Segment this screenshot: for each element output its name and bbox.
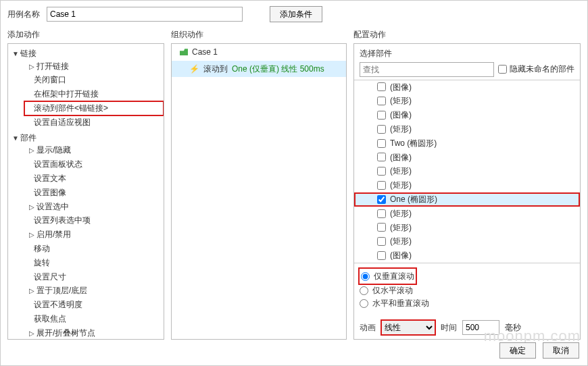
caret-icon[interactable] (28, 329, 35, 338)
widget-list-item[interactable]: (矩形) (354, 207, 580, 221)
widget-label: (图像) (390, 250, 412, 261)
tree-item[interactable]: 设置不透明度 (24, 298, 164, 312)
radio-both-input[interactable] (360, 299, 368, 308)
widget-list-item[interactable]: (矩形) (354, 94, 580, 108)
tree-item[interactable]: 获取焦点 (24, 312, 164, 326)
widget-label: (矩形) (390, 222, 412, 234)
organize-title: 组织动作 (171, 29, 347, 41)
tree-item[interactable]: 设置文本 (24, 172, 164, 186)
hide-unnamed-label: 隐藏未命名的部件 (510, 63, 574, 75)
bolt-icon: ⚡ (189, 63, 199, 75)
widget-checkbox[interactable] (377, 195, 386, 204)
widget-checkbox[interactable] (377, 251, 386, 260)
anim-label: 动画 (360, 322, 376, 334)
tree-item[interactable]: 启用/禁用 (24, 228, 164, 242)
action-tree[interactable]: 链接打开链接关闭窗口在框架中打开链接滚动到部件<锚链接>设置自适应视图部件显示/… (8, 44, 164, 340)
caret-icon[interactable] (12, 134, 19, 143)
radio-horizontal-input[interactable] (360, 286, 368, 295)
widget-checkbox[interactable] (377, 153, 386, 161)
widget-label: (矩形) (390, 208, 412, 219)
time-input[interactable] (462, 320, 499, 335)
widget-checkbox[interactable] (377, 97, 386, 105)
tree-item[interactable]: 显示/隐藏 (24, 143, 164, 157)
radio-horizontal-label: 仅水平滚动 (372, 285, 413, 296)
scroll-direction-group: 仅垂直滚动 仅水平滚动 水平和垂直滚动 (354, 263, 580, 316)
tree-item[interactable]: 设置面板状态 (24, 157, 164, 172)
widget-checkbox[interactable] (377, 237, 386, 246)
widget-list-item[interactable]: (图像) (354, 151, 580, 165)
tree-item[interactable]: 置于顶层/底层 (24, 284, 164, 298)
organize-action-row[interactable]: ⚡ 滚动到 One (仅垂直) 线性 500ms (172, 61, 346, 78)
case-label: Case 1 (192, 47, 218, 58)
configure-title: 配置动作 (353, 29, 581, 41)
widget-checkbox[interactable] (377, 223, 386, 232)
time-label: 时间 (441, 322, 457, 334)
time-unit: 毫秒 (505, 322, 521, 334)
widget-list-item[interactable]: (矩形) (354, 122, 580, 136)
tree-item[interactable]: 移动 (24, 242, 164, 256)
widget-list-item[interactable]: (矩形) (354, 178, 580, 192)
widget-list-item[interactable]: (矩形) (354, 164, 580, 178)
radio-both[interactable]: 水平和垂直滚动 (360, 298, 574, 309)
anim-select[interactable]: 线性 (381, 320, 435, 335)
case-name-input[interactable] (47, 7, 243, 22)
caret-icon[interactable] (12, 49, 19, 59)
widget-checkbox[interactable] (377, 82, 386, 91)
caret-icon[interactable] (28, 203, 35, 212)
add-condition-button[interactable]: 添加条件 (270, 6, 322, 22)
widget-list-item[interactable]: (图像) (354, 249, 580, 263)
tree-item[interactable]: 设置选中 (24, 200, 164, 214)
caret-icon[interactable] (28, 286, 35, 296)
tree-item[interactable]: 旋转 (24, 256, 164, 270)
widget-list[interactable]: (图像)(矩形)(图像)(矩形)Two (椭圆形)(图像)(矩形)(矩形)One… (354, 80, 580, 263)
cancel-button[interactable]: 取消 (543, 342, 579, 359)
widget-checkbox[interactable] (377, 209, 386, 218)
select-widget-label: 选择部件 (354, 44, 580, 62)
tree-item[interactable]: 打开链接 (24, 59, 164, 74)
caret-icon[interactable] (28, 146, 35, 155)
action-prefix: 滚动到 (203, 63, 228, 75)
tree-item[interactable]: 在框架中打开链接 (24, 87, 164, 101)
tree-item[interactable]: 展开/折叠树节点 (24, 326, 164, 340)
widget-label: One (椭圆形) (390, 194, 437, 205)
widget-label: Two (椭圆形) (390, 138, 437, 149)
widget-list-item[interactable]: (图像) (354, 80, 580, 95)
tree-item[interactable]: 设置尺寸 (24, 270, 164, 284)
widget-list-item[interactable]: One (椭圆形) (354, 192, 580, 207)
widget-checkbox[interactable] (377, 111, 386, 120)
widget-list-item[interactable]: (图像) (354, 108, 580, 122)
widget-label: (矩形) (390, 180, 412, 191)
case-row[interactable]: Case 1 (172, 44, 346, 61)
ok-button[interactable]: 确定 (499, 342, 536, 359)
widget-label: (矩形) (390, 165, 412, 177)
caret-icon[interactable] (28, 62, 35, 72)
widget-list-item[interactable]: (矩形) (354, 234, 580, 249)
tree-item[interactable]: 设置列表选中项 (24, 213, 164, 228)
widget-checkbox[interactable] (377, 181, 386, 190)
search-input[interactable] (360, 62, 494, 77)
widget-checkbox[interactable] (377, 139, 386, 148)
case-name-label: 用例名称 (7, 9, 40, 20)
radio-horizontal[interactable]: 仅水平滚动 (360, 285, 574, 296)
widget-label: (图像) (390, 109, 412, 121)
widget-label: (矩形) (390, 124, 412, 135)
tree-item[interactable]: 关闭窗口 (24, 73, 164, 87)
widget-list-item[interactable]: (矩形) (354, 221, 580, 235)
widget-checkbox[interactable] (377, 125, 386, 134)
tree-item[interactable]: 设置自适应视图 (24, 115, 164, 130)
radio-both-label: 水平和垂直滚动 (372, 298, 429, 309)
widget-checkbox[interactable] (377, 167, 386, 176)
caret-icon[interactable] (28, 230, 35, 240)
radio-vertical-input[interactable] (361, 272, 370, 281)
widget-list-item[interactable]: Two (椭圆形) (354, 136, 580, 151)
widget-label: (矩形) (390, 236, 412, 247)
tree-item[interactable]: 滚动到部件<锚链接> (24, 101, 164, 115)
folder-icon (180, 49, 188, 55)
tree-item[interactable]: 设置图像 (24, 186, 164, 200)
widget-label: (图像) (390, 82, 412, 93)
hide-unnamed-option[interactable]: 隐藏未命名的部件 (498, 63, 574, 75)
widget-label: (图像) (390, 152, 412, 163)
hide-unnamed-checkbox[interactable] (498, 65, 507, 74)
radio-vertical-label: 仅垂直滚动 (374, 271, 414, 282)
radio-vertical[interactable]: 仅垂直滚动 (361, 271, 414, 282)
